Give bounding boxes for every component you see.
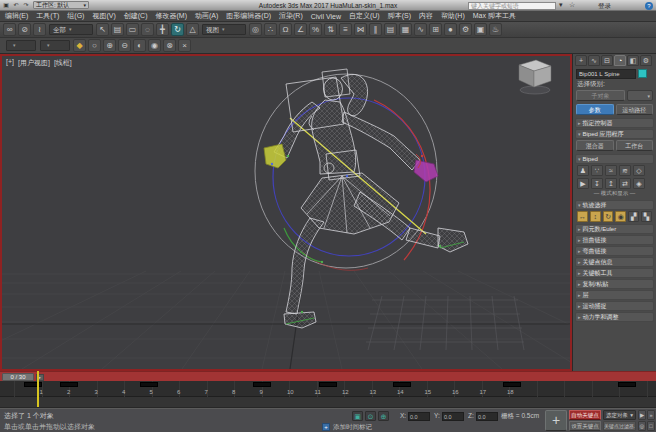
menu-item[interactable]: 创建(C) [124,11,148,21]
set-key-button[interactable]: 设置关键点 [569,421,601,431]
keyframe-marker[interactable] [319,382,337,387]
tab-hierarchy[interactable]: ⊟ [601,55,613,66]
bind-spacewarp-icon[interactable]: ≀ [33,23,46,36]
menu-item[interactable]: Civil View [311,13,341,20]
rollout-button[interactable]: 混合器 [576,140,614,151]
rollout-7[interactable]: ▸关键点信息 [575,257,654,267]
motion-paths-button[interactable]: 运动路径 [616,104,654,115]
track-bar[interactable]: 123456789101112131415161718 [0,381,656,397]
layer-key-icon[interactable]: ◆ [73,39,86,52]
rollout-2[interactable]: ▾Biped [575,154,654,164]
mirror-icon[interactable]: ⋈ [354,23,367,36]
opposite-icon[interactable]: ▚ [641,211,652,222]
rollout-sub-label[interactable]: — 模式和显示 — [573,190,656,199]
time-slider[interactable]: 0 / 30 ▸ [0,371,656,381]
tab-modify[interactable]: ∿ [588,55,600,66]
tab-create[interactable]: + [575,55,587,66]
help-icon[interactable]: ? [645,2,653,10]
body-horizontal-icon[interactable]: ↔ [577,211,588,222]
save-icon[interactable]: ▣ [2,1,10,9]
menu-item[interactable]: 渲染(R) [279,11,303,21]
undo-icon[interactable]: ↶ [12,1,20,9]
save-file-icon[interactable]: ↥ [605,178,617,189]
layer-remove-icon[interactable]: ⊖ [118,39,131,52]
percent-snap-icon[interactable]: % [309,23,322,36]
favorites-icon[interactable]: ☆ [569,1,575,9]
select-by-name-icon[interactable]: ▤ [111,23,124,36]
absolute-offset-toggle-icon[interactable]: ⊕ [378,411,389,421]
graphite-ribbon-icon[interactable]: ▦ [399,23,412,36]
region-select-icon[interactable]: ▭ [126,23,139,36]
keyframe-marker[interactable] [393,382,411,387]
reference-coordinate-dropdown[interactable]: 视图▾ [202,24,246,35]
viewport[interactable]: [+] [用户视图] [线框] [0,54,572,371]
snap-toggle-3d-icon[interactable]: Ω [279,23,292,36]
edit-named-selections-icon[interactable]: ≡ [339,23,352,36]
menu-item[interactable]: 动画(A) [195,11,218,21]
layer-manager-icon[interactable]: ▤ [384,23,397,36]
play-button[interactable]: ▶ [638,410,646,420]
x-coordinate-field[interactable]: 0.0 [408,412,430,421]
maximize-viewport-button[interactable]: □ [647,421,655,431]
keyframe-marker[interactable] [503,382,521,387]
rollout-5[interactable]: ▸扭曲链接 [575,235,654,245]
biped-playback-icon[interactable]: ▶ [577,178,589,189]
orbit-view-button[interactable]: ◎ [638,421,646,431]
current-frame-indicator[interactable] [37,371,39,407]
select-manipulate-icon[interactable]: ∴ [264,23,277,36]
next-frame-button[interactable]: » [647,410,655,420]
rollout-11[interactable]: ▸运动捕捉 [575,301,654,311]
sub-object-dropdown[interactable]: ▾ [627,90,653,101]
rollout-3[interactable]: ▾轨迹选择 [575,200,654,210]
rollout-1[interactable]: ▾Biped 应用程序 [575,129,654,139]
rollout-12[interactable]: ▸动力学和调整 [575,312,654,322]
redo-icon[interactable]: ↷ [22,1,30,9]
schematic-view-icon[interactable]: ⊞ [429,23,442,36]
buffer-mode-icon[interactable]: ◇ [633,165,645,176]
sub-object-button[interactable]: 子对象 [576,90,625,101]
select-object-icon[interactable]: ↖ [96,23,109,36]
named-selection-set-dropdown[interactable]: ▾ [6,40,36,51]
menu-item[interactable]: 自定义(U) [349,11,380,21]
select-rotate-icon[interactable]: ↻ [171,23,184,36]
footstep-mode-icon[interactable]: ∵ [591,165,603,176]
layer-weight-icon[interactable]: ◉ [148,39,161,52]
rollout-0[interactable]: ▸指定控制器 [575,118,654,128]
move-all-mode-icon[interactable]: ◈ [633,178,645,189]
rollout-10[interactable]: ▸层 [575,290,654,300]
motion-flow-mode-icon[interactable]: ≈ [605,165,617,176]
use-pivot-center-icon[interactable]: ◎ [249,23,262,36]
sign-in-button[interactable]: 登录 [598,2,611,11]
object-color-swatch[interactable] [638,69,647,78]
workspace-dropdown[interactable]: 工作区: 默认 ▾ [33,1,89,9]
tab-utilities[interactable]: ⚙ [640,55,652,66]
selection-filter-dropdown[interactable]: 全部▾ [49,24,93,35]
layer-output-icon[interactable]: ⊗ [163,39,176,52]
select-link-icon[interactable]: ∞ [3,23,16,36]
tab-display[interactable]: ◧ [627,55,639,66]
rollout-9[interactable]: ▸复制/粘贴 [575,279,654,289]
lock-com-keying-icon[interactable]: ◉ [615,211,626,222]
menu-item[interactable]: Max 脚本工具 [473,11,516,21]
rendered-frame-icon[interactable]: ▣ [474,23,487,36]
viewport-menu-pov[interactable]: [用户视图] [18,58,50,68]
animation-layer-dropdown[interactable]: ▾ [40,40,70,51]
keyframe-marker[interactable] [24,382,42,387]
menu-item[interactable]: 修改器(M) [155,11,187,21]
figure-mode-icon[interactable]: ♟ [577,165,589,176]
menu-item[interactable]: 视图(V) [92,11,115,21]
mixer-mode-icon[interactable]: ≋ [619,165,631,176]
z-coordinate-field[interactable]: 0.0 [476,412,498,421]
time-slider-handle[interactable]: 0 / 30 [2,373,34,381]
material-editor-icon[interactable]: ● [444,23,457,36]
viewport-scene[interactable] [2,56,570,369]
key-filters-button[interactable]: 关键点过滤器... [603,421,636,431]
menu-item[interactable]: 编辑(E) [5,11,28,21]
search-input[interactable]: 键入关键字或短语 [468,2,556,10]
selected-filter-dropdown[interactable]: 选定对象 ▾ [603,410,636,420]
isolate-selection-icon[interactable]: ▣ [352,411,363,421]
select-scale-icon[interactable]: △ [186,23,199,36]
curve-editor-icon[interactable]: ∿ [414,23,427,36]
symmetrical-icon[interactable]: ▞ [628,211,639,222]
tab-motion[interactable]: ◔ [614,55,626,66]
